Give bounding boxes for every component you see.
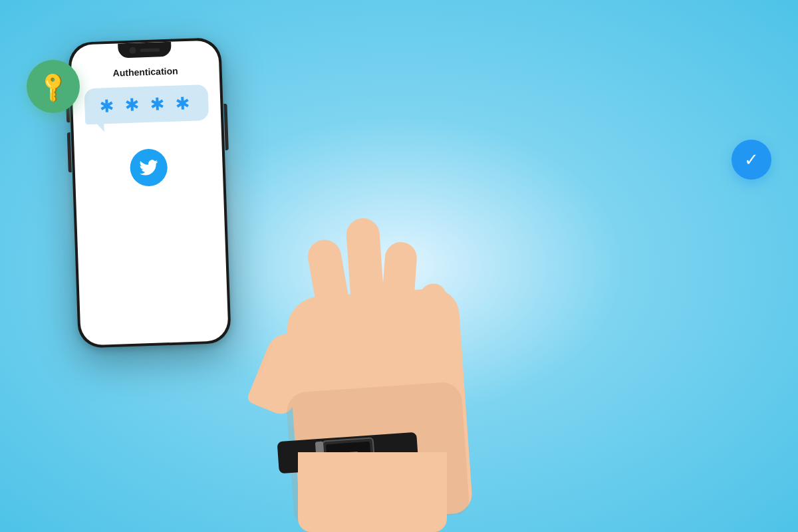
phone-side-button-power [223, 104, 228, 150]
twitter-bird-icon [139, 160, 158, 176]
hand-middle-finger [345, 217, 385, 313]
phone: Authentication ✱ ✱ ✱ ✱ [68, 37, 231, 348]
phone-side-button-volume [67, 132, 72, 172]
password-char-1: ✱ [99, 97, 114, 115]
twitter-button[interactable] [130, 148, 168, 187]
hand-container [200, 200, 598, 532]
phone-screen-title: Authentication [112, 65, 178, 78]
watch-screen [326, 442, 371, 465]
hand-thumb [246, 327, 318, 418]
watch-buckle [315, 442, 325, 465]
phone-content: Authentication ✱ ✱ ✱ ✱ [71, 55, 229, 345]
hand-pinky-finger [410, 281, 448, 354]
key-icon: 🔑 [27, 60, 80, 113]
hand-wrist [298, 452, 447, 532]
phone-speaker [140, 48, 160, 52]
hand-palm-shadow [285, 381, 469, 526]
hand-index-finger [305, 237, 353, 329]
hand-palm [285, 287, 473, 524]
watch-face [322, 437, 376, 468]
shield-icon: ✓ [732, 140, 771, 180]
password-char-2: ✱ [124, 96, 140, 114]
password-char-4: ✱ [175, 94, 190, 112]
password-bubble: ✱ ✱ ✱ ✱ [84, 84, 209, 124]
shield-symbol: ✓ [744, 150, 759, 170]
phone-screen: Authentication ✱ ✱ ✱ ✱ [70, 40, 229, 345]
phone-notch [118, 42, 172, 59]
phone-camera [129, 47, 136, 54]
watch-band [277, 432, 419, 474]
hand-ring-finger [380, 241, 418, 328]
key-symbol: 🔑 [35, 68, 71, 104]
password-char-3: ✱ [150, 95, 165, 113]
watch-display-line [339, 452, 358, 454]
